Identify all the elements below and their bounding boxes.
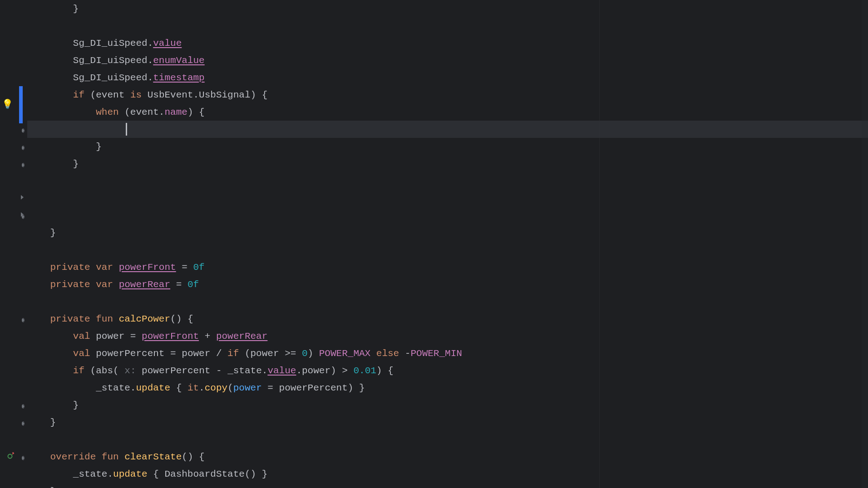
code-line[interactable]: } bbox=[27, 155, 868, 172]
code-line[interactable]: } bbox=[27, 396, 868, 414]
token-pr: } bbox=[27, 417, 56, 428]
fold-handle-icon[interactable] bbox=[22, 456, 25, 460]
gutter-line bbox=[0, 138, 27, 155]
token-id: (event. bbox=[119, 107, 165, 117]
token-mem: name bbox=[164, 107, 187, 117]
token-op: + bbox=[199, 331, 216, 342]
token-pr bbox=[27, 366, 73, 376]
token-pr: } bbox=[27, 486, 56, 488]
token-op: - bbox=[399, 348, 410, 359]
token-kw: private var bbox=[50, 262, 113, 273]
token-mem: value bbox=[267, 366, 296, 376]
token-kw: override fun bbox=[50, 452, 118, 462]
code-line[interactable]: private fun calcPower() { bbox=[27, 310, 868, 327]
token-pr: ) { bbox=[376, 366, 394, 376]
override-icon[interactable] bbox=[7, 451, 15, 462]
fold-handle-icon[interactable] bbox=[22, 146, 25, 150]
token-fncall: copy bbox=[205, 383, 227, 393]
code-line[interactable]: _state.update { DashboardState() } bbox=[27, 465, 868, 483]
code-line[interactable]: } bbox=[27, 138, 868, 155]
token-pr bbox=[113, 314, 119, 324]
code-line[interactable] bbox=[27, 207, 868, 224]
code-line[interactable] bbox=[27, 293, 868, 310]
code-line[interactable] bbox=[27, 172, 868, 190]
token-pr: () { bbox=[182, 452, 204, 462]
code-line[interactable]: when (event.name) { bbox=[27, 103, 868, 121]
token-pr: } bbox=[27, 4, 79, 14]
token-pr: ) bbox=[308, 348, 319, 359]
token-op: . bbox=[199, 383, 205, 393]
gutter-line bbox=[0, 396, 27, 414]
token-id: _state. bbox=[27, 469, 113, 479]
gutter-line bbox=[0, 310, 27, 327]
token-op: . bbox=[148, 55, 153, 66]
code-line[interactable] bbox=[27, 190, 868, 207]
token-pr bbox=[27, 331, 73, 342]
token-kw: when bbox=[96, 107, 118, 117]
gutter-line bbox=[0, 259, 27, 276]
gutter-line bbox=[0, 483, 27, 488]
code-line[interactable] bbox=[27, 17, 868, 34]
token-pr bbox=[27, 124, 119, 135]
token-pr bbox=[27, 279, 50, 290]
gutter-line bbox=[0, 121, 27, 138]
token-num: 0 bbox=[302, 348, 308, 359]
token-fncall: calcPower bbox=[119, 314, 170, 324]
code-line[interactable] bbox=[27, 121, 868, 138]
fold-handle-icon[interactable] bbox=[22, 318, 25, 322]
token-mem: enumValue bbox=[153, 55, 204, 66]
token-pr bbox=[27, 107, 96, 117]
fold-arrow-icon[interactable] bbox=[21, 195, 24, 200]
code-line[interactable] bbox=[27, 241, 868, 259]
code-line[interactable]: } bbox=[27, 483, 868, 488]
code-line[interactable]: override fun clearState() { bbox=[27, 448, 868, 465]
gutter-line bbox=[0, 69, 27, 86]
token-kw: if bbox=[73, 90, 84, 100]
gutter-line bbox=[0, 465, 27, 483]
token-id: abs bbox=[96, 366, 113, 376]
code-line[interactable]: private var powerFront = 0f bbox=[27, 259, 868, 276]
code-line[interactable]: _state.update { it.copy(power = powerPer… bbox=[27, 379, 868, 396]
code-line[interactable]: } bbox=[27, 224, 868, 241]
fold-handle-icon[interactable] bbox=[22, 215, 25, 219]
gutter-line bbox=[0, 241, 27, 259]
code-line[interactable]: } bbox=[27, 414, 868, 431]
code-line[interactable]: } bbox=[27, 0, 868, 17]
text-cursor bbox=[126, 123, 127, 136]
code-line[interactable] bbox=[27, 431, 868, 448]
token-mem: powerFront bbox=[142, 331, 199, 342]
token-op: = bbox=[170, 279, 187, 290]
token-kw: is bbox=[130, 90, 142, 100]
code-line[interactable]: Sg_DI_uiSpeed.timestamp bbox=[27, 69, 868, 86]
code-line[interactable]: val power = powerFront + powerRear bbox=[27, 327, 868, 345]
token-kw: private fun bbox=[50, 314, 113, 324]
code-area[interactable]: } Sg_DI_uiSpeed.value Sg_DI_uiSpeed.enum… bbox=[27, 0, 868, 488]
token-kw: val bbox=[73, 348, 90, 359]
token-kw: if bbox=[73, 366, 84, 376]
gutter-line bbox=[0, 276, 27, 293]
token-id: power = bbox=[90, 331, 142, 342]
fold-handle-icon[interactable] bbox=[22, 163, 25, 167]
code-line[interactable]: if (abs( x: powerPercent - _state.value.… bbox=[27, 362, 868, 379]
code-line[interactable]: private var powerRear = 0f bbox=[27, 276, 868, 293]
token-id: _state. bbox=[27, 383, 136, 393]
gutter-line bbox=[0, 345, 27, 362]
token-pr bbox=[119, 452, 125, 462]
fold-handle-icon[interactable] bbox=[22, 421, 25, 426]
code-editor[interactable]: } Sg_DI_uiSpeed.value Sg_DI_uiSpeed.enum… bbox=[0, 0, 868, 488]
code-line[interactable]: val powerPercent = power / if (power >= … bbox=[27, 345, 868, 362]
intention-bulb-icon[interactable]: 💡 bbox=[2, 98, 13, 110]
fold-handle-icon[interactable] bbox=[22, 128, 25, 133]
token-num: 0f bbox=[187, 279, 199, 290]
scrollbar-vertical[interactable] bbox=[862, 0, 868, 488]
token-pr: ) { bbox=[187, 107, 205, 117]
code-line[interactable]: Sg_DI_uiSpeed.value bbox=[27, 34, 868, 52]
code-line[interactable]: if (event is UsbEvent.UsbSignal) { bbox=[27, 86, 868, 103]
token-mem: timestamp bbox=[153, 73, 204, 83]
fold-handle-icon[interactable] bbox=[22, 404, 25, 409]
token-num: 0f bbox=[193, 262, 205, 273]
token-mem: value bbox=[153, 38, 182, 49]
code-line[interactable]: Sg_DI_uiSpeed.enumValue bbox=[27, 52, 868, 69]
gutter-line bbox=[0, 431, 27, 448]
token-id: (power >= bbox=[239, 348, 302, 359]
